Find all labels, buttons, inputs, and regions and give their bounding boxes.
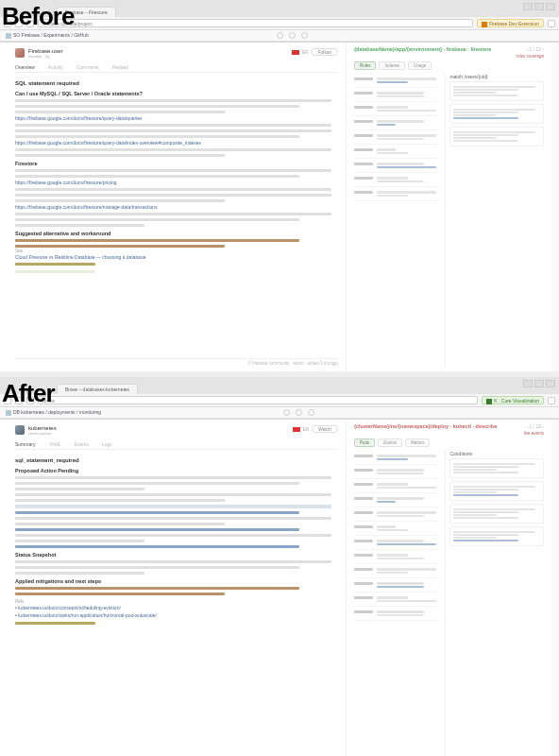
- sb-tab[interactable]: Pods: [354, 438, 375, 447]
- sb-tab[interactable]: Events: [378, 438, 402, 447]
- tab-related[interactable]: Related: [112, 64, 128, 70]
- menu-icon[interactable]: [548, 20, 555, 27]
- window-controls[interactable]: [523, 3, 555, 10]
- lang-code: EN: [303, 427, 309, 432]
- body-link[interactable]: https://firebase.google.com/docs/firesto…: [15, 115, 338, 121]
- sidebar-row[interactable]: [354, 159, 440, 173]
- play-icon[interactable]: [289, 32, 296, 39]
- sidebar-row[interactable]: [354, 607, 440, 621]
- tab-comments[interactable]: Comments: [76, 64, 99, 70]
- tab-summary[interactable]: Summary: [15, 441, 35, 447]
- sidebar-row[interactable]: [354, 145, 440, 159]
- tab-bar: Brave – databases-kubernetes: [0, 377, 559, 394]
- body-text: [15, 482, 299, 485]
- sidebar-row[interactable]: [354, 493, 440, 507]
- body-link[interactable]: https://firebase.google.com/docs/firesto…: [15, 140, 338, 146]
- tab-logs[interactable]: Logs: [102, 441, 112, 447]
- extension-badge[interactable]: Firebase Dev Extension: [477, 19, 544, 27]
- section-subheading: Can I use MySQL / SQL Server / Oracle st…: [15, 91, 338, 96]
- body-text: [15, 105, 299, 108]
- detail-card: [449, 458, 544, 478]
- tab-activity[interactable]: Activity: [48, 64, 63, 70]
- sidebar-row[interactable]: [354, 88, 440, 102]
- detail-card: [449, 526, 544, 546]
- sidebar-title: {databaseName}/app/{environment} · fireb…: [354, 46, 492, 52]
- sidebar-row[interactable]: [354, 507, 440, 522]
- sidebar-row[interactable]: [354, 465, 440, 479]
- show-more[interactable]: [15, 263, 95, 266]
- tag-chip[interactable]: [15, 270, 95, 273]
- follow-button[interactable]: Watch: [312, 425, 338, 433]
- see-also-link[interactable]: Cloud Firestore vs Realtime Database — c…: [15, 254, 338, 260]
- sidebar-row[interactable]: [354, 536, 440, 550]
- tab-yaml[interactable]: YAML: [48, 441, 60, 447]
- sidebar-row[interactable]: [354, 187, 440, 201]
- sb-tab[interactable]: Indexes: [379, 61, 405, 70]
- section-subheading: Firestore: [15, 161, 338, 166]
- sb-tab[interactable]: Usage: [408, 61, 432, 70]
- body-text: [15, 111, 225, 113]
- sidebar-status: rules coverage: [354, 54, 544, 59]
- body-link[interactable]: https://firebase.google.com/docs/firesto…: [15, 204, 338, 210]
- body-text: [15, 188, 331, 191]
- body-text: [15, 499, 225, 502]
- sidebar-row[interactable]: [354, 451, 440, 465]
- question-header: Firebase.user member · 2y EN Follow: [15, 48, 338, 59]
- sidebar-status: live events: [354, 431, 544, 436]
- address-bar[interactable]: firebase.console/project: [38, 19, 473, 27]
- ref-link[interactable]: • kubernetes.io/docs/concepts/scheduling…: [15, 605, 338, 610]
- sb-tab[interactable]: Rules: [354, 61, 377, 70]
- sidebar-row[interactable]: [354, 102, 440, 116]
- body-text: [15, 224, 144, 227]
- sidebar-pager[interactable]: ‹ 1 / 12 ›: [526, 46, 544, 52]
- address-bar[interactable]: Brave: [38, 396, 478, 404]
- body-text: [15, 493, 331, 496]
- sb-tab[interactable]: Metrics: [405, 438, 431, 447]
- sidebar-pager[interactable]: ‹ 1 / 18 ›: [526, 423, 544, 429]
- sidebar-row[interactable]: [354, 522, 440, 536]
- sidebar-row[interactable]: [354, 130, 440, 145]
- sidebar-row[interactable]: [354, 74, 440, 88]
- browser-chrome: Brave – databases-kubernetes Brave K · C…: [0, 377, 559, 420]
- ref-link[interactable]: • kubernetes.io/docs/tasks/run-applicati…: [15, 612, 338, 618]
- play-icon[interactable]: [296, 409, 302, 416]
- after-label: After: [2, 379, 55, 408]
- next-icon[interactable]: [301, 32, 308, 39]
- scrollbar[interactable]: [551, 43, 559, 371]
- menu-icon[interactable]: [548, 397, 555, 404]
- sidebar-row[interactable]: [354, 564, 440, 578]
- avatar[interactable]: [15, 48, 25, 58]
- avatar[interactable]: [15, 425, 25, 435]
- sidebar-row[interactable]: [354, 593, 440, 607]
- author-meta: cluster-admin: [28, 431, 57, 436]
- page-body: Firebase.user member · 2y EN Follow Over…: [0, 43, 559, 371]
- prev-icon[interactable]: [277, 32, 283, 39]
- toolbar: Brave K · Core Visualization: [0, 394, 559, 407]
- browser-tab[interactable]: Brave – databases-kubernetes: [57, 384, 138, 394]
- section-heading: sql_statement_required: [15, 457, 338, 463]
- sidebar-row[interactable]: [354, 550, 440, 564]
- body-text: [15, 129, 331, 132]
- sidebar-detail: Conditions: [445, 451, 544, 756]
- bookmark-item[interactable]: SO Firebase / Experiments / GitHub: [6, 32, 89, 39]
- extension-badge[interactable]: K · Core Visualization: [482, 396, 544, 404]
- sidebar-row[interactable]: [354, 116, 440, 130]
- tab-events[interactable]: Events: [75, 441, 89, 447]
- sidebar-row[interactable]: [354, 173, 440, 187]
- detail-title: Conditions: [449, 451, 544, 456]
- page-body: kubernetes cluster-admin EN Watch Summar…: [0, 420, 559, 756]
- sidebar-row[interactable]: [354, 479, 440, 493]
- detail-card: [449, 104, 544, 124]
- tab-overview[interactable]: Overview: [15, 64, 35, 70]
- next-icon[interactable]: [308, 409, 314, 416]
- sidebar-row[interactable]: [354, 578, 440, 593]
- scrollbar[interactable]: [551, 420, 559, 756]
- sidebar: {clusterName}/ns/{namespace}/deploy · ku…: [346, 420, 551, 756]
- follow-button[interactable]: Follow: [311, 48, 337, 56]
- tag-chip[interactable]: [15, 622, 95, 625]
- sidebar-tabs: Rules Indexes Usage: [354, 61, 544, 70]
- bookmark-item[interactable]: DB kubernetes / deployments / monitoring: [6, 409, 101, 416]
- window-controls[interactable]: [523, 380, 555, 387]
- prev-icon[interactable]: [283, 409, 290, 416]
- body-link[interactable]: https://firebase.google.com/docs/firesto…: [15, 180, 338, 185]
